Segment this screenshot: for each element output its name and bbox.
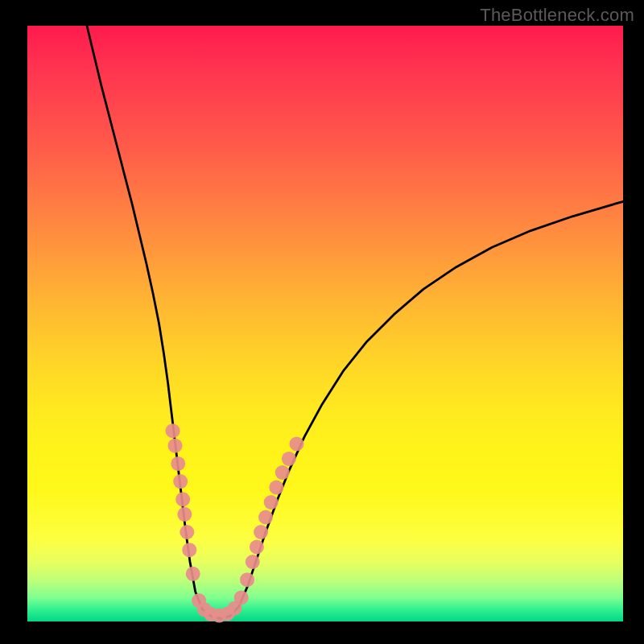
- data-point: [173, 474, 188, 489]
- data-point: [175, 492, 190, 506]
- bottleneck-curve: [87, 26, 623, 618]
- data-point: [250, 540, 264, 555]
- data-point: [171, 456, 185, 471]
- data-point: [258, 510, 273, 525]
- data-point: [186, 567, 200, 581]
- data-point: [177, 507, 192, 522]
- data-point: [240, 572, 254, 587]
- data-point: [269, 481, 283, 495]
- data-point: [182, 543, 196, 557]
- chart-frame: TheBottleneck.com: [0, 0, 644, 644]
- data-point: [234, 590, 249, 605]
- data-point: [289, 436, 303, 451]
- chart-svg: [27, 26, 623, 621]
- data-point: [264, 495, 279, 510]
- data-point: [275, 465, 290, 480]
- data-point: [282, 452, 296, 466]
- watermark-text: TheBottleneck.com: [480, 5, 634, 26]
- data-point: [168, 439, 183, 453]
- data-point: [254, 525, 268, 539]
- data-point: [246, 555, 260, 569]
- data-point: [180, 525, 194, 539]
- data-point: [166, 423, 180, 438]
- plot-area: [27, 26, 623, 621]
